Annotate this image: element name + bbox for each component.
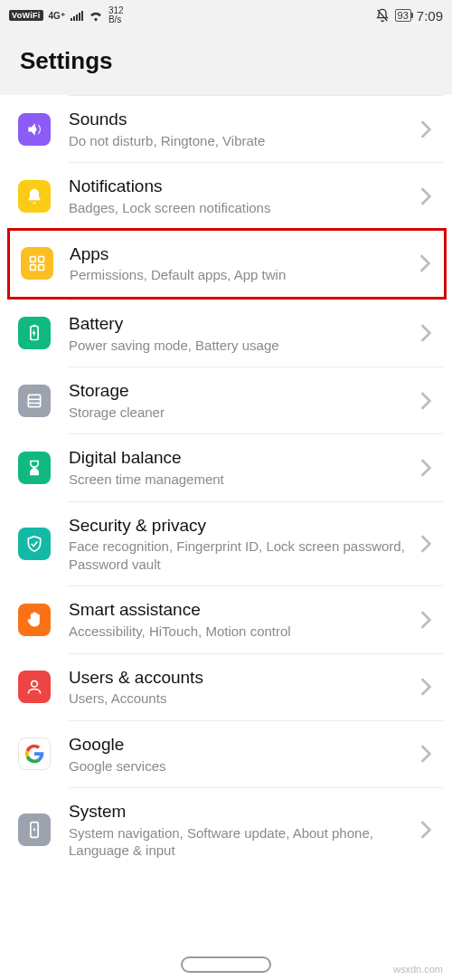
network-4g: 4G⁺: [49, 11, 65, 21]
mute-icon: [375, 8, 390, 23]
chevron-right-icon: [419, 744, 439, 764]
cellular-signal-icon: [71, 10, 83, 21]
settings-item-storage[interactable]: Storage Storage cleaner: [0, 367, 452, 433]
item-subtitle: Screen time management: [69, 471, 419, 489]
item-title: Users & accounts: [69, 667, 419, 689]
clock: 7:09: [417, 8, 443, 24]
settings-item-battery[interactable]: Battery Power saving mode, Battery usage: [0, 300, 452, 366]
chevron-right-icon: [419, 610, 439, 630]
svg-rect-5: [33, 325, 35, 327]
nav-pill-icon: [181, 956, 271, 973]
svg-rect-2: [31, 265, 36, 271]
user-icon: [18, 671, 51, 703]
item-subtitle: Face recognition, Fingerprint ID, Lock s…: [69, 538, 419, 573]
svg-rect-0: [31, 257, 36, 262]
item-subtitle: Badges, Lock screen notifications: [69, 199, 419, 217]
system-icon: i: [18, 813, 51, 846]
highlight-box: Apps Permissions, Default apps, App twin: [7, 228, 447, 300]
shield-icon: [18, 528, 51, 560]
item-subtitle: Accessibility, HiTouch, Motion control: [69, 623, 419, 641]
item-subtitle: Users, Accounts: [69, 690, 419, 708]
settings-item-google[interactable]: Google Google services: [0, 721, 452, 787]
item-title: Battery: [69, 313, 419, 335]
item-title: Google: [69, 734, 419, 756]
watermark: wsxdn.com: [393, 964, 443, 975]
page-title: Settings: [20, 47, 432, 75]
settings-item-digital-balance[interactable]: Digital balance Screen time management: [0, 434, 452, 500]
gesture-nav-bar[interactable]: [0, 956, 452, 973]
item-title: Security & privacy: [69, 515, 419, 537]
chevron-right-icon: [419, 186, 439, 206]
item-title: Notifications: [69, 176, 419, 197]
svg-text:i: i: [33, 827, 34, 833]
settings-item-users[interactable]: Users & accounts Users, Accounts: [0, 654, 452, 720]
settings-item-security[interactable]: Security & privacy Face recognition, Fin…: [0, 502, 452, 586]
digital-balance-icon: [18, 452, 51, 484]
notifications-icon: [18, 180, 51, 213]
sounds-icon: [18, 113, 51, 146]
item-title: Apps: [70, 243, 419, 265]
item-subtitle: Permissions, Default apps, App twin: [70, 266, 419, 284]
item-subtitle: System navigation, Software update, Abou…: [69, 824, 419, 860]
settings-item-apps[interactable]: Apps Permissions, Default apps, App twin: [10, 231, 444, 297]
item-title: Smart assistance: [69, 599, 419, 621]
settings-list: Sounds Do not disturb, Ringtone, Vibrate…: [0, 95, 452, 872]
item-title: Storage: [69, 380, 419, 402]
settings-item-system[interactable]: i System System navigation, Software upd…: [0, 788, 452, 872]
chevron-right-icon: [419, 820, 439, 840]
google-icon: [18, 737, 51, 770]
item-subtitle: Power saving mode, Battery usage: [69, 337, 419, 355]
chevron-right-icon: [419, 253, 438, 273]
chevron-right-icon: [419, 458, 439, 478]
apps-icon: [21, 247, 53, 280]
item-title: Digital balance: [69, 447, 419, 469]
svg-rect-1: [39, 257, 44, 262]
battery-indicator: 93: [395, 9, 411, 22]
svg-rect-3: [39, 265, 44, 271]
vowifi-badge: VoWiFi: [9, 10, 43, 21]
storage-icon: [18, 385, 51, 417]
chevron-right-icon: [419, 119, 439, 139]
status-bar: VoWiFi 4G⁺ 312B/s 93 7:09: [0, 0, 452, 31]
chevron-right-icon: [419, 391, 439, 411]
settings-item-notifications[interactable]: Notifications Badges, Lock screen notifi…: [0, 163, 452, 229]
settings-item-sounds[interactable]: Sounds Do not disturb, Ringtone, Vibrate: [0, 96, 452, 162]
battery-icon: [18, 317, 51, 349]
item-title: System: [69, 801, 419, 823]
svg-point-9: [32, 680, 38, 687]
item-subtitle: Do not disturb, Ringtone, Vibrate: [69, 132, 419, 150]
item-title: Sounds: [69, 109, 419, 130]
item-subtitle: Google services: [69, 757, 419, 775]
hand-icon: [18, 604, 51, 636]
settings-item-smart-assistance[interactable]: Smart assistance Accessibility, HiTouch,…: [0, 586, 452, 652]
chevron-right-icon: [419, 323, 439, 343]
chevron-right-icon: [419, 534, 439, 554]
page-header: Settings: [0, 31, 452, 95]
svg-rect-6: [28, 395, 40, 406]
wifi-icon: [89, 9, 103, 22]
network-speed: 312B/s: [108, 6, 124, 24]
item-subtitle: Storage cleaner: [69, 404, 419, 422]
chevron-right-icon: [419, 677, 439, 697]
